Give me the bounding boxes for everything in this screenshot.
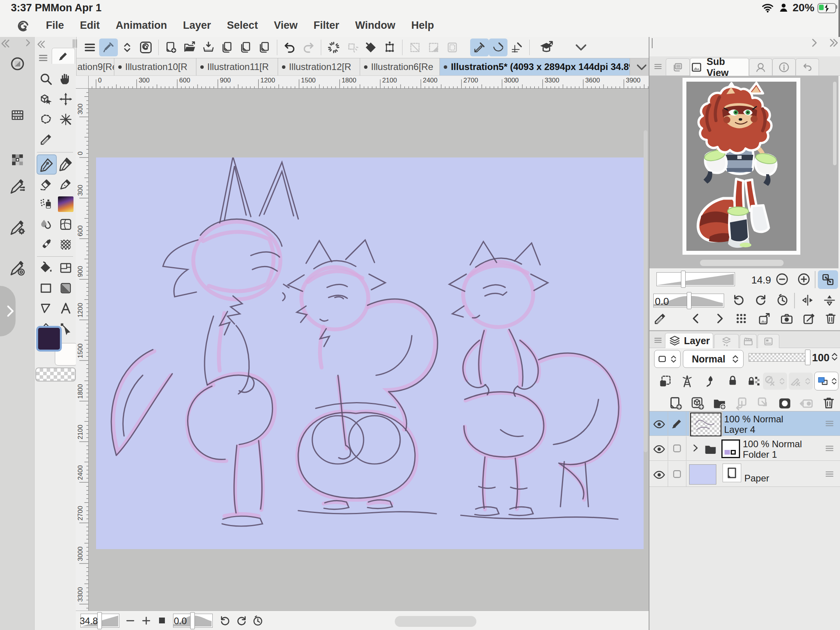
material-palette-icon[interactable] — [9, 152, 26, 168]
tab-sub-view[interactable]: Sub View — [690, 58, 749, 76]
tab-layer[interactable]: Layer — [665, 333, 713, 348]
collapse-toolbar-button[interactable] — [572, 38, 590, 56]
canvas-vertical-scrollbar[interactable] — [644, 130, 648, 452]
layer-color-button[interactable] — [814, 372, 838, 390]
transparent-color-swatch[interactable] — [35, 368, 76, 382]
layer4-drag-handle-icon[interactable] — [824, 418, 835, 429]
fit-to-screen-icon[interactable] — [159, 618, 165, 623]
lock-transparent-pixels-icon[interactable] — [746, 374, 761, 388]
subview-vertical-scrollbar[interactable] — [833, 82, 836, 165]
edge-swipe-handle[interactable] — [0, 286, 16, 336]
reference-layer-button[interactable] — [763, 373, 787, 390]
deselect-button[interactable] — [324, 38, 343, 56]
touch-gesture-tool-button[interactable] — [99, 38, 118, 56]
folder1-visibility-eye-icon[interactable] — [653, 443, 666, 456]
menu-file[interactable]: File — [46, 19, 64, 32]
layer-row-paper[interactable]: Paper — [649, 461, 840, 487]
tool-decoration[interactable] — [56, 195, 75, 214]
redo-button[interactable] — [299, 38, 318, 56]
tab-layer-comp[interactable] — [758, 334, 779, 348]
subview-import-image-icon[interactable] — [757, 312, 772, 326]
folder1-expand-icon[interactable] — [690, 443, 701, 453]
tab-animation-cels[interactable] — [740, 334, 757, 348]
menu-filter[interactable]: Filter — [313, 19, 339, 32]
export-png-button[interactable] — [236, 38, 255, 56]
subview-viewport[interactable] — [649, 76, 838, 268]
open-file-button[interactable] — [180, 38, 199, 56]
tool-polyline[interactable] — [37, 299, 55, 318]
rotate-right-icon[interactable] — [235, 614, 248, 627]
menu-help[interactable]: Help — [411, 19, 434, 32]
snap-to-special-ruler-button[interactable] — [489, 38, 508, 56]
layer-mask-icon[interactable] — [777, 396, 793, 411]
tutorial-button[interactable] — [533, 38, 560, 56]
tab-illustration10[interactable]: Illustration10[R — [114, 58, 196, 75]
tool-pen-selected[interactable] — [37, 154, 57, 175]
layer4-visibility-eye-icon[interactable] — [653, 418, 666, 431]
tool-airbrush[interactable] — [37, 195, 55, 214]
new-raster-layer-icon[interactable] — [668, 396, 684, 411]
subview-reset-rotation-icon[interactable] — [775, 293, 789, 307]
brush-size-palette-icon[interactable] — [9, 259, 26, 277]
subview-fit-button[interactable] — [818, 270, 838, 289]
delete-layer-icon[interactable] — [821, 396, 836, 410]
subview-zoom-in-icon[interactable] — [796, 272, 811, 287]
tool-auto-select[interactable] — [56, 110, 75, 129]
tool-figure[interactable] — [37, 279, 55, 298]
main-color-swatch[interactable] — [36, 326, 62, 352]
opacity-spinner-icon[interactable] — [829, 351, 840, 362]
tab-3d-head[interactable] — [749, 58, 772, 75]
palette-dock-menu-button[interactable] — [80, 38, 99, 56]
export-jpg-button[interactable] — [218, 38, 236, 56]
clear-fill-button[interactable] — [362, 38, 380, 56]
subview-eyedropper-icon[interactable] — [653, 312, 667, 326]
panel-expand-icon[interactable] — [828, 37, 839, 49]
tab-history[interactable] — [796, 58, 819, 75]
layer-row-layer4[interactable]: 100 % Normal Layer 4 — [649, 411, 840, 436]
folder1-drag-handle-icon[interactable] — [824, 443, 835, 454]
tab-list-chevron-icon[interactable] — [635, 58, 649, 76]
merge-down-icon[interactable] — [755, 396, 771, 411]
subview-next-icon[interactable] — [712, 312, 726, 326]
tab-illustration9[interactable]: ation9[Re — [76, 58, 114, 75]
selection-mask-button[interactable] — [424, 38, 443, 56]
menu-view[interactable]: View — [274, 19, 298, 32]
panel-next-icon[interactable] — [808, 37, 820, 49]
zoom-out-icon[interactable] — [124, 615, 136, 626]
subview-thumbnail-grid-icon[interactable] — [734, 312, 748, 326]
layer-menu-icon[interactable] — [653, 335, 663, 346]
panel-resize-handle[interactable] — [652, 38, 653, 48]
sub-tool-palette-icon[interactable] — [9, 178, 26, 196]
tab-information[interactable] — [772, 58, 796, 75]
subview-rotate-right-icon[interactable] — [754, 293, 768, 307]
tool-gradient[interactable] — [56, 279, 75, 298]
subview-prev-icon[interactable] — [689, 312, 703, 326]
tab-illustration11[interactable]: Illustration11[R — [196, 58, 278, 75]
paper-thumbnail[interactable] — [723, 464, 741, 482]
tool-tab-pencil[interactable] — [52, 48, 75, 64]
new-material-layer-icon[interactable] — [690, 396, 705, 411]
onion-skin-icon[interactable] — [680, 374, 695, 388]
menu-edit[interactable]: Edit — [80, 19, 100, 32]
menu-window[interactable]: Window — [355, 19, 395, 32]
tool-hand[interactable] — [56, 70, 75, 88]
canvas-horizontal-scrollbar[interactable] — [395, 616, 476, 627]
drawing-canvas[interactable] — [96, 158, 644, 549]
tab-illustration12[interactable]: Illustration12[R — [278, 58, 360, 75]
tab-illustration6[interactable]: Illustration6[Re — [360, 58, 440, 75]
brush-shape-selector[interactable] — [654, 350, 681, 368]
snap-to-ruler-button[interactable] — [470, 38, 489, 56]
draft-layer-icon[interactable] — [702, 374, 717, 388]
expand-dock-icon[interactable] — [23, 38, 33, 48]
menu-animation[interactable]: Animation — [116, 19, 167, 32]
new-canvas-button[interactable] — [162, 38, 180, 56]
tool-move[interactable] — [56, 90, 75, 108]
menu-layer[interactable]: Layer — [183, 19, 211, 32]
menu-select[interactable]: Select — [227, 19, 258, 32]
tool-eyedropper[interactable] — [37, 130, 55, 149]
apply-mask-icon[interactable] — [799, 396, 814, 411]
new-folder-icon[interactable] — [712, 396, 727, 411]
subview-flip-vertical-icon[interactable] — [822, 293, 837, 308]
rotate-left-icon[interactable] — [219, 614, 231, 627]
paper-checkbox[interactable] — [671, 468, 683, 480]
